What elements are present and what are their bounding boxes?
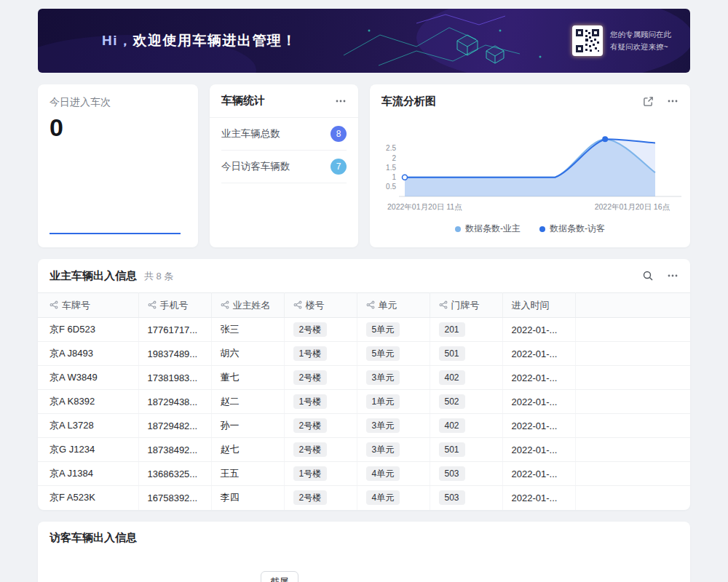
column-label: 进入时间 [512,300,550,311]
qr-code [572,25,603,56]
table-cell[interactable]: 2022-01-... [502,342,575,366]
table-cell[interactable]: 4单元 [357,486,430,510]
table-cell[interactable]: 京A J1384 [38,462,138,486]
table-row: 京A W384917381983...董七2号楼3单元4022022-01-..… [38,366,690,390]
tag-pill: 3单元 [366,418,400,433]
tag-pill: 2号楼 [293,418,328,433]
table-cell[interactable]: 19837489... [138,342,211,366]
table-row: 京G J123418738492...赵七2号楼3单元5012022-01-..… [38,438,690,462]
table-cell[interactable]: 京A W3849 [38,366,138,390]
table-cell[interactable]: 2号楼 [284,438,357,462]
table-cell[interactable]: 2022-01-... [502,318,575,342]
table-cell[interactable]: 501 [430,342,502,366]
visitor-table-card: 访客车辆出入信息 截屏 [38,522,690,582]
table-row: 京A L372818729482...孙一2号楼3单元4022022-01-..… [38,414,690,438]
table-cell[interactable]: 2022-01-... [502,486,575,510]
table-cell[interactable]: 胡六 [211,342,284,366]
column-header[interactable]: 楼号 [284,293,357,318]
tag-pill: 501 [439,442,465,457]
screenshot-button[interactable]: 截屏 [261,571,298,582]
table-cell[interactable]: 张三 [211,318,284,342]
table-cell[interactable]: 18729482... [138,414,211,438]
legend-item[interactable]: 数据条数-业主 [455,223,521,235]
open-in-new-icon[interactable] [643,96,654,107]
table-cell[interactable]: 503 [430,462,502,486]
tag-pill: 501 [439,346,465,361]
more-icon[interactable] [667,270,678,282]
table-cell[interactable]: 501 [430,438,502,462]
table-cell[interactable]: 1单元 [357,390,430,414]
column-header[interactable]: 进入时间 [502,293,575,318]
legend-label: 数据条数-访客 [550,223,605,235]
table-cell[interactable]: 1号楼 [284,342,357,366]
table-cell[interactable]: 京A J8493 [38,342,138,366]
table-cell[interactable]: 王五 [211,462,284,486]
more-icon[interactable] [667,95,678,107]
tag-pill: 2号楼 [293,322,328,337]
table-cell[interactable]: 京F 6D523 [38,318,138,342]
column-header[interactable]: 车牌号 [38,293,138,318]
column-header[interactable]: 门牌号 [430,293,502,318]
svg-text:2022年01月20日 11点: 2022年01月20日 11点 [387,202,462,211]
table-cell[interactable]: 2号楼 [284,318,357,342]
search-icon[interactable] [642,270,654,282]
table-cell[interactable]: 京A L3728 [38,414,138,438]
vehicle-stats-card: 车辆统计 业主车辆总数8今日访客车辆数7 [210,84,358,247]
table-cell[interactable]: 2022-01-... [502,390,575,414]
table-cell[interactable]: 5单元 [357,318,430,342]
table-cell[interactable]: 2号楼 [284,414,357,438]
column-header[interactable]: 业主姓名 [211,293,284,318]
more-icon[interactable] [335,95,347,107]
table-cell[interactable]: 1号楼 [284,462,357,486]
table-cell[interactable]: 4单元 [357,462,430,486]
table-cell[interactable]: 16758392... [138,486,211,510]
table-cell[interactable]: 赵二 [211,390,284,414]
table-cell[interactable]: 2号楼 [284,366,357,390]
table-cell[interactable]: 17381983... [138,366,211,390]
table-cell[interactable]: 18729438... [138,390,211,414]
legend-dot-icon [455,226,461,232]
table-cell[interactable]: 2号楼 [284,486,357,510]
dashboard-page: Hi，欢迎使用车辆进出管理！ 您的专属顾问 [0,0,728,582]
table-cell[interactable]: 京F A523K [38,486,138,510]
tag-pill: 1号楼 [293,394,328,409]
traffic-line-chart: 0.511.522.52022年01月20日 11点2022年01月20日 16… [370,127,690,220]
svg-text:2.5: 2.5 [386,144,396,152]
table-cell[interactable]: 502 [430,390,502,414]
table-cell[interactable]: 2022-01-... [502,414,575,438]
stat-label: 今日访客车辆数 [221,160,290,173]
table-cell[interactable]: 3单元 [357,414,430,438]
table-cell[interactable]: 503 [430,486,502,510]
table-cell[interactable]: 2022-01-... [502,462,575,486]
banner-consultant-area: 您的专属顾问在此 有疑问欢迎来撩~ [572,25,671,56]
table-cell[interactable]: 赵七 [211,438,284,462]
owner-table-heading: 业主车辆出入信息共 8 条 [50,269,173,283]
column-header[interactable]: 手机号 [138,293,211,318]
table-cell[interactable]: 13686325... [138,462,211,486]
qr-caption-line1: 您的专属顾问在此 [610,28,671,41]
table-cell[interactable]: 孙一 [211,414,284,438]
table-cell[interactable]: 5单元 [357,342,430,366]
table-cell[interactable]: 17761717... [138,318,211,342]
table-cell[interactable]: 京G J1234 [38,438,138,462]
table-cell[interactable]: 2022-01-... [502,438,575,462]
table-header-row: 车牌号手机号业主姓名楼号单元门牌号进入时间 [38,293,690,318]
empty-cell [575,342,690,366]
legend-item[interactable]: 数据条数-访客 [539,223,605,235]
table-cell[interactable]: 18738492... [138,438,211,462]
table-cell[interactable]: 402 [430,414,502,438]
table-cell[interactable]: 1号楼 [284,390,357,414]
table-cell[interactable]: 董七 [211,366,284,390]
empty-cell [575,438,690,462]
legend-dot-icon [539,226,545,232]
tag-pill: 4单元 [366,490,400,505]
table-cell[interactable]: 李四 [211,486,284,510]
vehicle-stats-title: 车辆统计 [221,94,265,108]
table-cell[interactable]: 京A K8392 [38,390,138,414]
table-cell[interactable]: 3单元 [357,366,430,390]
table-cell[interactable]: 3单元 [357,438,430,462]
table-cell[interactable]: 402 [430,366,502,390]
table-cell[interactable]: 201 [430,318,502,342]
column-header[interactable]: 单元 [357,293,430,318]
table-cell[interactable]: 2022-01-... [502,366,575,390]
